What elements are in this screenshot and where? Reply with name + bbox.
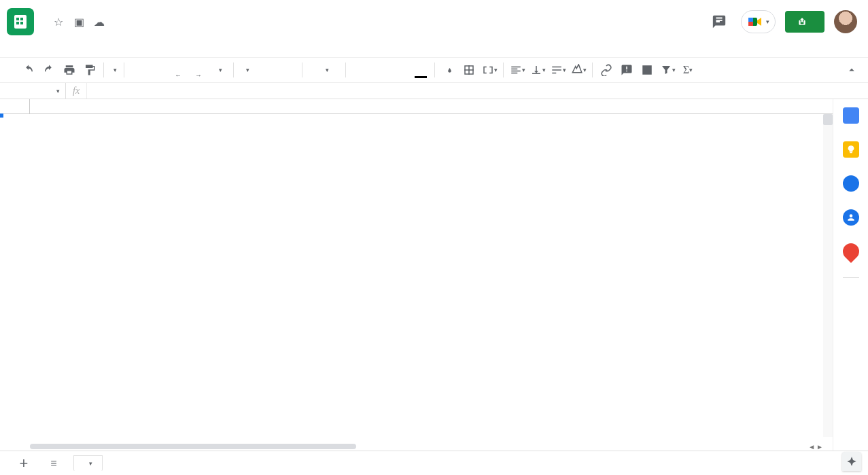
select-all-corner[interactable] bbox=[0, 99, 30, 113]
strike-button[interactable] bbox=[391, 60, 410, 80]
explore-button[interactable] bbox=[842, 452, 861, 471]
currency-button[interactable] bbox=[128, 60, 147, 80]
chevron-down-icon: ▾ bbox=[766, 18, 769, 25]
vertical-scrollbar[interactable] bbox=[823, 114, 833, 437]
rotate-button[interactable]: ▾ bbox=[569, 60, 588, 80]
redo-button[interactable] bbox=[39, 60, 58, 80]
font-select[interactable]: ▾ bbox=[238, 67, 298, 73]
fill-color-button[interactable] bbox=[439, 60, 458, 80]
horizontal-scrollbar[interactable] bbox=[30, 442, 801, 451]
name-box[interactable]: ▾ bbox=[0, 83, 66, 99]
add-sheet-button[interactable]: + bbox=[14, 453, 34, 474]
wrap-button[interactable]: ▾ bbox=[549, 60, 568, 80]
sheet-tab[interactable]: ▾ bbox=[73, 455, 103, 471]
italic-button[interactable] bbox=[370, 60, 389, 80]
contacts-icon[interactable] bbox=[843, 209, 859, 226]
comments-icon[interactable] bbox=[707, 10, 731, 34]
bold-button[interactable] bbox=[350, 60, 369, 80]
move-icon[interactable]: ▣ bbox=[73, 16, 84, 27]
maps-icon[interactable] bbox=[839, 240, 863, 263]
zoom-select[interactable]: ▾ bbox=[108, 67, 120, 73]
all-sheets-button[interactable]: ≡ bbox=[44, 453, 64, 474]
percent-button[interactable] bbox=[149, 60, 168, 80]
undo-button[interactable] bbox=[19, 60, 38, 80]
star-icon[interactable]: ☆ bbox=[53, 16, 64, 27]
account-avatar[interactable] bbox=[834, 10, 857, 33]
halign-button[interactable]: ▾ bbox=[508, 60, 527, 80]
calendar-icon[interactable] bbox=[843, 107, 859, 124]
borders-button[interactable] bbox=[459, 60, 479, 80]
chevron-down-icon[interactable]: ▾ bbox=[89, 460, 92, 467]
increase-decimal-button[interactable]: → bbox=[190, 60, 209, 80]
formula-bar[interactable] bbox=[86, 83, 868, 99]
svg-rect-2 bbox=[748, 22, 753, 26]
font-size-select[interactable]: ▾ bbox=[307, 67, 341, 73]
collapse-toolbar-button[interactable] bbox=[842, 60, 861, 80]
fx-icon: fx bbox=[66, 86, 86, 96]
number-format-button[interactable]: ▾ bbox=[210, 60, 229, 80]
decrease-decimal-button[interactable]: ← bbox=[169, 60, 188, 80]
chart-button[interactable] bbox=[638, 60, 657, 80]
functions-button[interactable]: Σ▾ bbox=[678, 60, 697, 80]
sheets-logo[interactable] bbox=[7, 8, 34, 35]
scroll-left-button[interactable]: ◄ bbox=[808, 443, 815, 451]
text-color-button[interactable] bbox=[411, 60, 430, 80]
cloud-icon[interactable]: ☁ bbox=[94, 16, 105, 27]
valign-button[interactable]: ▾ bbox=[528, 60, 547, 80]
comment-button[interactable] bbox=[617, 60, 636, 80]
chevron-down-icon: ▾ bbox=[56, 88, 60, 94]
meet-button[interactable]: ▾ bbox=[741, 10, 776, 33]
active-cell-outline bbox=[0, 114, 3, 117]
keep-icon[interactable] bbox=[843, 141, 859, 158]
svg-rect-1 bbox=[748, 18, 753, 22]
filter-button[interactable]: ▾ bbox=[658, 60, 677, 80]
paint-format-button[interactable] bbox=[80, 60, 99, 80]
scroll-right-button[interactable]: ► bbox=[816, 443, 823, 451]
link-button[interactable] bbox=[597, 60, 616, 80]
merge-button[interactable]: ▾ bbox=[480, 60, 499, 80]
share-button[interactable] bbox=[785, 11, 824, 33]
print-button[interactable] bbox=[60, 60, 79, 80]
tasks-icon[interactable] bbox=[843, 175, 859, 192]
